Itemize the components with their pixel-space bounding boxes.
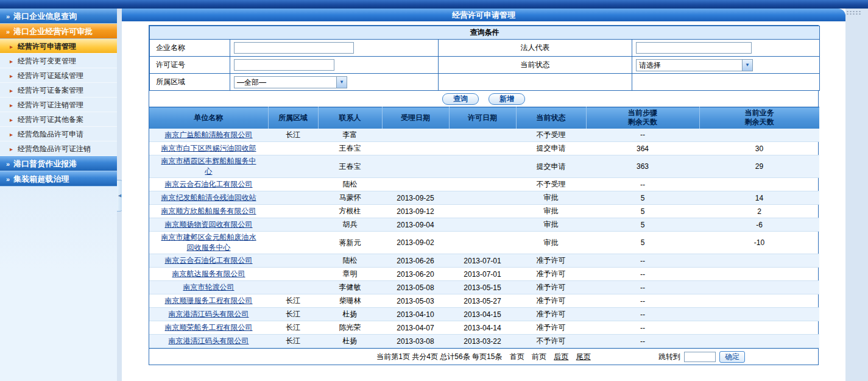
license-date-cell [449,155,516,178]
jump-label: 跳转到 [658,349,680,365]
license-date-cell [449,129,516,142]
company-name-cell: 南京顺珊服务工程有限公司 [149,294,268,308]
contact-cell: 杜扬 [318,308,382,321]
sidebar-item-license-renewal[interactable]: ▸经营许可证延续管理 [0,68,117,83]
biz-days-cell [699,335,819,348]
biz-days-cell [699,268,819,281]
company-link[interactable]: 南京顺珊服务工程有限公司 [165,296,253,305]
license-date-cell [449,218,516,232]
chevron-double-icon: » [6,13,10,20]
company-link[interactable]: 南京市建邺区金元船舶废油水回收服务中心 [161,233,256,252]
sidebar-item-label: 经营许可证注销管理 [18,101,83,109]
arrow-icon: ▸ [10,87,13,94]
region-cell [268,254,318,268]
license-no-input[interactable] [234,59,334,71]
step-days-cell: -- [586,268,699,281]
next-page-link[interactable]: 后页 [554,352,568,361]
status-cell: 准予许可 [516,268,586,281]
company-name-input[interactable] [234,42,354,54]
biz-days-cell: -10 [699,232,819,254]
region-cell [268,191,318,205]
sidebar-item-dangerous-goods-cancellation[interactable]: ▸经营危险品许可证注销 [0,141,117,156]
biz-days-cell [699,178,819,191]
company-link[interactable]: 南京市轮渡公司 [183,283,235,291]
region-select[interactable]: —全部— ▼ [234,76,347,88]
table-row: 南京云合石油化工有限公司 陆松 不予受理 -- [149,178,819,191]
accept-date-cell: 2013-06-26 [382,254,449,268]
company-link[interactable]: 南京顺扬物资回收有限公司 [165,220,253,229]
license-date-cell: 2013-07-01 [449,254,516,268]
sidebar-item-label: 经营许可变更管理 [18,57,76,65]
biz-days-cell [699,294,819,308]
sidebar-item-license-other-filing[interactable]: ▸经营许可证其他备案 [0,112,117,127]
contact-cell: 王春宝 [318,142,382,155]
sidebar-item-license-application[interactable]: ▸经营许可申请管理 [0,39,117,54]
license-date-cell: 2013-07-01 [449,268,516,281]
biz-days-cell: 29 [699,155,819,178]
company-name-cell: 南京港清江码头有限公司 [149,308,268,321]
sidebar-item-enterprise-info-query[interactable]: »港口企业信息查询 [0,9,117,24]
jump-page-input[interactable] [684,352,716,362]
accept-date-cell [382,178,449,191]
status-label: 当前状态 [439,57,632,74]
step-days-cell: 364 [586,142,699,155]
sidebar-item-license-filing[interactable]: ▸经营许可证备案管理 [0,83,117,98]
region-cell: 长江 [268,321,318,335]
contact-cell: 马蒙怀 [318,191,382,205]
status-select[interactable]: 请选择 ▼ [636,59,753,71]
license-date-cell: 2013-03-22 [449,335,516,348]
accept-date-cell: 2013-04-07 [382,321,449,335]
company-name-cell: 南京顺荣船务工程有限公司 [149,321,268,335]
query-form: 查询条件 企业名称 法人代表 许可证号 当前状态 请选择 ▼ [149,26,820,91]
accept-date-cell: 2013-09-25 [382,191,449,205]
sidebar-item-general-cargo-report[interactable]: »港口普货作业报港 [0,156,117,171]
company-link[interactable]: 南京云合石油化工有限公司 [165,180,253,188]
region-cell [268,232,318,254]
sidebar-item-license-approval[interactable]: »港口企业经营许可审批 [0,24,117,39]
company-link[interactable]: 南京顺方欣船舶服务有限公司 [161,207,256,215]
region-select-value: —全部— [237,78,266,87]
last-page-link[interactable]: 尾页 [576,352,591,361]
col-header-contact: 联系人 [318,107,382,129]
pagination: 当前第1页 共分4页 总计56条 每页15条 首页 前页 后页 尾页 跳转到 确… [149,348,818,365]
biz-days-cell: -6 [699,218,819,232]
legal-rep-input[interactable] [636,42,752,54]
query-title: 查询条件 [150,26,820,40]
region-cell: 长江 [268,308,318,321]
region-cell [268,281,318,294]
contact-cell: 柴珊林 [318,294,382,308]
company-link[interactable]: 南京顺荣船务工程有限公司 [165,323,253,332]
first-page-link: 首页 [510,352,524,361]
sidebar-item-license-cancellation[interactable]: ▸经营许可证注销管理 [0,98,117,112]
table-body: 南京广益船舶清舱有限公司 长江 李富 不予受理 -- 南京市白下区恩赐污油回收部… [149,129,819,348]
company-link[interactable]: 南京港清江码头有限公司 [169,336,249,345]
biz-days-cell [699,321,819,335]
company-link[interactable]: 南京纪发船舶清仓残油回收站 [161,193,256,202]
company-link[interactable]: 南京广益船舶清舱有限公司 [165,130,253,139]
company-name-cell: 南京顺扬物资回收有限公司 [149,218,268,232]
table-row: 南京顺扬物资回收有限公司 胡兵 2013-09-04 审批 5 -6 [149,218,819,232]
add-button[interactable]: 新增 [489,93,525,105]
company-link[interactable]: 南京港清江码头有限公司 [169,310,249,318]
sidebar-item-dangerous-goods-application[interactable]: ▸经营危险品许可申请 [0,127,117,141]
status-cell: 提交申请 [516,155,586,178]
table-row: 南京市建邺区金元船舶废油水回收服务中心 蒋新元 2013-09-02 审批 5 … [149,232,819,254]
sidebar-item-license-change[interactable]: ▸经营许可变更管理 [0,54,117,68]
table-row: 南京云合石油化工有限公司 陆松 2013-06-26 2013-07-01 准予… [149,254,819,268]
search-button[interactable]: 查询 [442,93,479,105]
sidebar-item-container-overload[interactable]: »集装箱超载治理 [0,171,117,187]
confirm-button[interactable]: 确定 [719,351,745,363]
table-row: 南京市白下区恩赐污油回收部 王春宝 提交申请 364 30 [149,142,819,155]
license-date-cell [449,191,516,205]
license-date-cell [449,205,516,218]
region-cell [268,178,318,191]
region-cell: 长江 [268,294,318,308]
company-link[interactable]: 南京市栖霞区丰辉船舶服务中心 [161,157,256,176]
company-link[interactable]: 南京航达服务有限公司 [172,269,245,278]
main-panel: 经营许可申请管理 查询条件 企业名称 法人代表 许可证号 当前状态 请选择 [122,9,845,381]
sidebar-item-label: 港口企业信息查询 [13,12,77,21]
license-date-cell [449,232,516,254]
company-link[interactable]: 南京云合石油化工有限公司 [165,256,253,265]
contact-cell: 陆松 [318,254,382,268]
company-link[interactable]: 南京市白下区恩赐污油回收部 [161,144,256,152]
